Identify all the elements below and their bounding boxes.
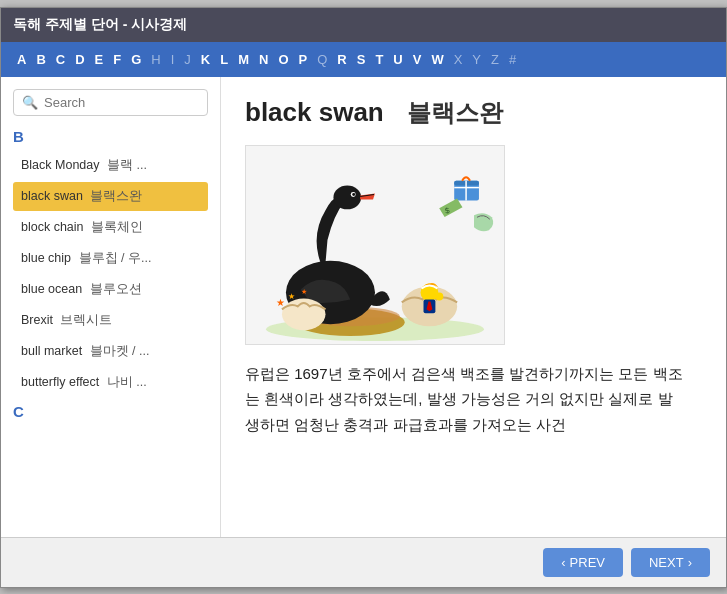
swan-svg: ★ ★ ★ (246, 146, 504, 344)
list-item-butterfly-effect[interactable]: butterfly effect 나비 ... (13, 368, 208, 397)
word-image: ★ ★ ★ (245, 145, 505, 345)
list-item-black-monday[interactable]: Black Monday 블랙 ... (13, 151, 208, 180)
search-box[interactable]: 🔍 (13, 89, 208, 116)
letter-G[interactable]: G (127, 50, 145, 69)
list-item-black-swan[interactable]: black swan 블랙스완 (13, 182, 208, 211)
alphabet-bar: A B C D E F G H I J K L M N O P Q R S T … (1, 42, 726, 77)
letter-T[interactable]: T (371, 50, 387, 69)
word-title: black swan 블랙스완 (245, 97, 702, 129)
next-icon: › (688, 555, 692, 570)
letter-I[interactable]: I (167, 50, 179, 69)
letter-O[interactable]: O (274, 50, 292, 69)
main-window: 독해 주제별 단어 - 시사경제 A B C D E F G H I J K L… (0, 7, 727, 588)
letter-H[interactable]: H (147, 50, 164, 69)
sidebar: 🔍 B Black Monday 블랙 ... black swan 블랙스완 … (1, 77, 221, 537)
svg-text:★: ★ (288, 292, 295, 301)
list-item-blue-chip[interactable]: blue chip 블루칩 / 우... (13, 244, 208, 273)
letter-U[interactable]: U (389, 50, 406, 69)
prev-icon: ‹ (561, 555, 565, 570)
letter-Q[interactable]: Q (313, 50, 331, 69)
letter-M[interactable]: M (234, 50, 253, 69)
svg-point-14 (435, 292, 443, 300)
letter-D[interactable]: D (71, 50, 88, 69)
next-button[interactable]: NEXT › (631, 548, 710, 577)
letter-F[interactable]: F (109, 50, 125, 69)
letter-J[interactable]: J (180, 50, 195, 69)
svg-point-4 (333, 185, 361, 209)
search-icon: 🔍 (22, 95, 38, 110)
letter-V[interactable]: V (409, 50, 426, 69)
window-title: 독해 주제별 단어 - 시사경제 (13, 16, 187, 32)
content-area: black swan 블랙스완 (221, 77, 726, 537)
svg-point-6 (352, 193, 355, 196)
letter-L[interactable]: L (216, 50, 232, 69)
next-label: NEXT (649, 555, 684, 570)
letter-P[interactable]: P (295, 50, 312, 69)
svg-text:★: ★ (301, 288, 307, 295)
prev-label: PREV (570, 555, 605, 570)
definition-text: 유럽은 1697년 호주에서 검은색 백조를 발견하기까지는 모든 백조는 흰색… (245, 361, 685, 438)
letter-B[interactable]: B (32, 50, 49, 69)
list-item-brexit[interactable]: Brexit 브렉시트 (13, 306, 208, 335)
word-english: black swan (245, 97, 384, 127)
footer: ‹ PREV NEXT › (1, 537, 726, 587)
letter-W[interactable]: W (427, 50, 447, 69)
letter-E[interactable]: E (91, 50, 108, 69)
letter-Z[interactable]: Z (487, 50, 503, 69)
prev-button[interactable]: ‹ PREV (543, 548, 623, 577)
letter-X[interactable]: X (450, 50, 467, 69)
list-item-block-chain[interactable]: block chain 블록체인 (13, 213, 208, 242)
letter-N[interactable]: N (255, 50, 272, 69)
letter-S[interactable]: S (353, 50, 370, 69)
main-content: 🔍 B Black Monday 블랙 ... black swan 블랙스완 … (1, 77, 726, 537)
letter-R[interactable]: R (333, 50, 350, 69)
list-item-bull-market[interactable]: bull market 블마켓 / ... (13, 337, 208, 366)
section-c-label: C (13, 403, 208, 420)
letter-Y[interactable]: Y (468, 50, 485, 69)
title-bar: 독해 주제별 단어 - 시사경제 (1, 8, 726, 42)
svg-text:★: ★ (276, 297, 285, 308)
word-korean: 블랙스완 (407, 99, 503, 126)
letter-C[interactable]: C (52, 50, 69, 69)
letter-A[interactable]: A (13, 50, 30, 69)
letter-hash[interactable]: # (505, 50, 520, 69)
search-input[interactable] (44, 95, 199, 110)
section-b-label: B (13, 128, 208, 145)
list-item-blue-ocean[interactable]: blue ocean 블루오션 (13, 275, 208, 304)
letter-K[interactable]: K (197, 50, 214, 69)
